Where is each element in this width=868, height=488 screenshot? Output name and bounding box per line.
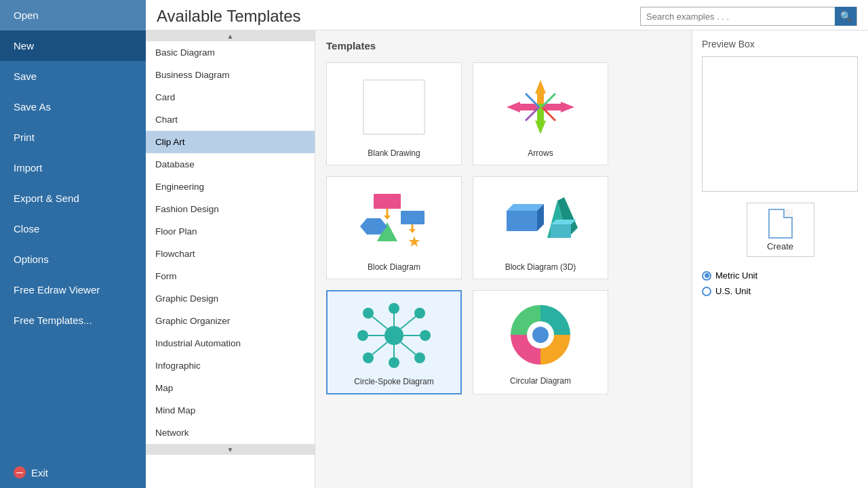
template-name-circular-diagram: Circular Diagram	[510, 376, 571, 386]
template-card-circular-diagram[interactable]: Circular Diagram	[473, 290, 608, 394]
create-button[interactable]: Create	[747, 203, 814, 257]
category-item-mind-map[interactable]: Mind Map	[146, 399, 315, 422]
sidebar-item-export-send[interactable]: Export & Send	[0, 183, 146, 214]
scroll-down-arrow[interactable]: ▼	[146, 444, 315, 455]
sidebar-item-options[interactable]: Options	[0, 244, 146, 274]
sidebar: OpenNewSaveSave AsPrintImportExport & Se…	[0, 0, 146, 488]
template-thumb-block-diagram-3d	[496, 184, 585, 258]
preview-panel: Preview Box Create Metric UnitU.S. Unit	[692, 30, 868, 488]
search-button[interactable]: 🔍	[835, 7, 856, 26]
svg-point-37	[420, 330, 431, 341]
sidebar-item-open[interactable]: Open	[0, 0, 146, 30]
svg-point-35	[357, 330, 368, 341]
search-input[interactable]	[641, 7, 835, 25]
svg-text:★: ★	[408, 233, 421, 250]
sidebar-item-save[interactable]: Save	[0, 61, 146, 92]
category-item-form[interactable]: Form	[146, 265, 315, 287]
header: Available Templates 🔍	[146, 0, 868, 30]
svg-rect-17	[401, 211, 425, 224]
template-card-block-diagram[interactable]: ★ Block Diagram	[326, 176, 462, 279]
page-title: Available Templates	[157, 7, 301, 26]
svg-rect-22	[507, 211, 537, 231]
category-item-flowchart[interactable]: Flowchart	[146, 243, 315, 265]
svg-line-38	[372, 317, 387, 329]
category-item-network[interactable]: Network	[146, 422, 315, 444]
unit-option-metric[interactable]: Metric Unit	[702, 270, 859, 281]
svg-point-43	[363, 352, 374, 363]
unit-option-us[interactable]: U.S. Unit	[702, 286, 859, 296]
template-name-blank-drawing: Blank Drawing	[368, 148, 420, 158]
sidebar-item-import[interactable]: Import	[0, 152, 146, 183]
svg-point-31	[389, 303, 399, 314]
category-item-floor-plan[interactable]: Floor Plan	[146, 220, 315, 243]
template-name-circle-spoke: Circle-Spoke Diagram	[354, 377, 433, 386]
template-card-blank-drawing[interactable]: Blank Drawing	[326, 62, 462, 165]
radio-metric	[702, 271, 711, 281]
sidebar-exit[interactable]: Exit	[0, 457, 146, 488]
scroll-up-arrow[interactable]: ▲	[146, 30, 315, 41]
svg-rect-27	[551, 224, 571, 238]
category-item-map[interactable]: Map	[146, 377, 315, 399]
exit-label: Exit	[31, 467, 48, 479]
svg-rect-0	[363, 80, 425, 134]
template-name-block-diagram-3d: Block Diagram (3D)	[505, 262, 576, 272]
sidebar-item-print[interactable]: Print	[0, 122, 146, 152]
sidebar-item-free-edraw[interactable]: Free Edraw Viewer	[0, 274, 146, 305]
svg-marker-5	[507, 102, 520, 113]
category-item-engineering[interactable]: Engineering	[146, 176, 315, 198]
content-area: ▲ Basic DiagramBusiness DiagramCardChart…	[146, 30, 868, 488]
sidebar-item-close[interactable]: Close	[0, 214, 146, 244]
sidebar-item-new[interactable]: New	[0, 30, 146, 61]
svg-line-44	[401, 342, 416, 354]
category-item-basic-diagram[interactable]: Basic Diagram	[146, 41, 315, 64]
svg-marker-1	[535, 80, 546, 94]
template-card-block-diagram-3d[interactable]: Block Diagram (3D)	[473, 176, 608, 279]
svg-line-40	[401, 317, 416, 329]
svg-point-45	[414, 352, 425, 363]
category-item-infographic[interactable]: Infographic	[146, 354, 315, 377]
template-thumb-block-diagram: ★	[350, 184, 438, 258]
svg-point-39	[363, 308, 374, 319]
template-card-circle-spoke[interactable]: Circle-Spoke Diagram	[326, 290, 462, 394]
category-item-graphic-design[interactable]: Graphic Design	[146, 287, 315, 310]
category-item-database[interactable]: Database	[146, 153, 315, 176]
template-thumb-blank-drawing	[350, 70, 438, 144]
circle-spoke-svg	[353, 302, 435, 369]
category-panel: ▲ Basic DiagramBusiness DiagramCardChart…	[146, 30, 315, 488]
template-name-arrows: Arrows	[528, 148, 553, 158]
category-item-business-diagram[interactable]: Business Diagram	[146, 64, 315, 86]
sidebar-item-save-as[interactable]: Save As	[0, 92, 146, 122]
category-item-graphic-organizer[interactable]: Graphic Organizer	[146, 310, 315, 332]
template-name-block-diagram: Block Diagram	[368, 262, 420, 272]
unit-options: Metric UnitU.S. Unit	[702, 270, 859, 296]
unit-label-metric: Metric Unit	[715, 270, 757, 281]
category-item-chart[interactable]: Chart	[146, 108, 315, 131]
main-area: Available Templates 🔍 ▲ Basic DiagramBus…	[146, 0, 868, 488]
category-item-fashion-design[interactable]: Fashion Design	[146, 198, 315, 220]
template-card-arrows[interactable]: Arrows	[473, 62, 608, 165]
block-svg: ★	[353, 187, 435, 255]
svg-marker-15	[384, 216, 391, 220]
search-box: 🔍	[640, 7, 857, 26]
template-thumb-arrows	[496, 70, 585, 144]
svg-point-41	[414, 308, 425, 319]
svg-point-33	[389, 357, 399, 368]
svg-marker-7	[561, 102, 574, 113]
templates-header: Templates	[326, 37, 681, 54]
svg-rect-13	[374, 194, 401, 209]
svg-point-29	[384, 326, 403, 345]
exit-icon	[14, 466, 26, 479]
category-item-card[interactable]: Card	[146, 86, 315, 108]
radio-us	[702, 287, 711, 296]
svg-point-48	[532, 327, 549, 343]
circular-svg	[503, 301, 578, 369]
category-item-clip-art[interactable]: Clip Art	[146, 131, 315, 153]
arrows-svg	[500, 73, 581, 141]
document-icon	[768, 209, 793, 239]
unit-label-us: U.S. Unit	[715, 286, 751, 296]
create-label: Create	[767, 241, 793, 251]
blank-svg	[360, 77, 428, 138]
sidebar-item-free-templates[interactable]: Free Templates...	[0, 305, 146, 336]
template-thumb-circular-diagram	[496, 298, 585, 372]
category-item-industrial-automation[interactable]: Industrial Automation	[146, 332, 315, 354]
